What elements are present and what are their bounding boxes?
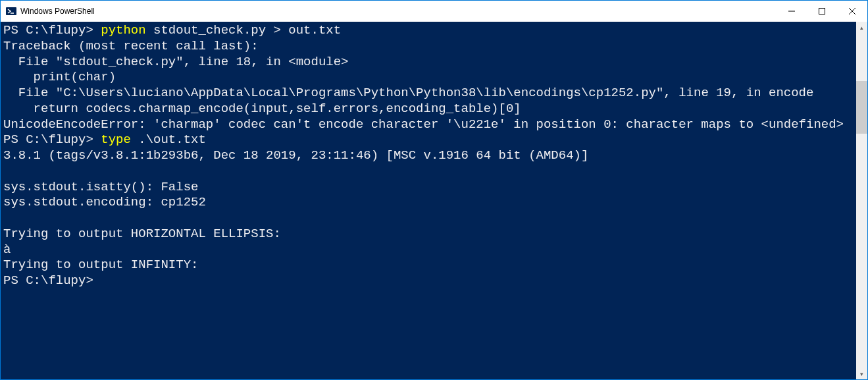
- terminal-line: print(char): [3, 70, 854, 86]
- terminal-text: Traceback (most recent call last):: [3, 39, 259, 53]
- maximize-button[interactable]: [807, 1, 837, 22]
- terminal-line: à: [3, 242, 854, 258]
- scroll-down-arrow[interactable]: ▾: [856, 368, 867, 379]
- terminal-line: File "stdout_check.py", line 18, in <mod…: [3, 55, 854, 70]
- scroll-thumb[interactable]: [856, 81, 867, 134]
- terminal-text: stdout_check.py > out.txt: [153, 23, 341, 38]
- terminal-text: Trying to output HORIZONTAL ELLIPSIS:: [3, 227, 281, 241]
- scrollbar[interactable]: ▴ ▾: [856, 22, 867, 379]
- terminal-line: File "C:\Users\luciano\AppData\Local\Pro…: [3, 86, 854, 101]
- window-controls: [777, 1, 867, 22]
- terminal-text: print(char): [3, 70, 116, 84]
- terminal-text: PS C:\flupy>: [3, 273, 101, 288]
- terminal-text: File "C:\Users\luciano\AppData\Local\Pro…: [3, 86, 813, 100]
- scroll-up-arrow[interactable]: ▴: [856, 22, 867, 33]
- window-title: Windows PowerShell: [20, 7, 777, 16]
- terminal-text: type: [101, 132, 138, 147]
- powershell-window: Windows PowerShell PS C:\flupy> python s…: [0, 0, 868, 380]
- minimize-button[interactable]: [777, 1, 807, 22]
- terminal-text: File "stdout_check.py", line 18, in <mod…: [3, 55, 349, 69]
- terminal-line: UnicodeEncodeError: 'charmap' codec can'…: [3, 117, 854, 133]
- terminal-line: return codecs.charmap_encode(input,self.…: [3, 101, 854, 117]
- terminal-text: python: [101, 23, 153, 38]
- terminal-line: PS C:\flupy>: [3, 273, 854, 289]
- terminal-text: .\out.txt: [138, 132, 206, 147]
- close-button[interactable]: [837, 1, 867, 22]
- powershell-icon: [6, 6, 16, 16]
- terminal-text: UnicodeEncodeError: 'charmap' codec can'…: [3, 117, 844, 132]
- terminal-line: [3, 164, 854, 180]
- terminal-text: à: [3, 242, 11, 257]
- terminal-line: Trying to output INFINITY:: [3, 258, 854, 273]
- terminal-text: return codecs.charmap_encode(input,self.…: [3, 101, 521, 116]
- terminal-text: sys.stdout.isatty(): False: [3, 180, 198, 194]
- terminal-output[interactable]: PS C:\flupy> python stdout_check.py > ou…: [1, 22, 856, 379]
- terminal-line: Traceback (most recent call last):: [3, 39, 854, 55]
- terminal-text: 3.8.1 (tags/v3.8.1:1b293b6, Dec 18 2019,…: [3, 148, 588, 163]
- terminal-line: sys.stdout.encoding: cp1252: [3, 195, 854, 211]
- terminal-line: [3, 211, 854, 227]
- terminal-text: PS C:\flupy>: [3, 132, 101, 147]
- titlebar[interactable]: Windows PowerShell: [1, 1, 867, 22]
- terminal-line: PS C:\flupy> type .\out.txt: [3, 132, 854, 148]
- terminal-area: PS C:\flupy> python stdout_check.py > ou…: [1, 22, 867, 379]
- svg-rect-3: [819, 9, 825, 14]
- terminal-line: 3.8.1 (tags/v3.8.1:1b293b6, Dec 18 2019,…: [3, 148, 854, 164]
- terminal-line: PS C:\flupy> python stdout_check.py > ou…: [3, 23, 854, 39]
- terminal-text: PS C:\flupy>: [3, 23, 101, 38]
- terminal-line: Trying to output HORIZONTAL ELLIPSIS:: [3, 227, 854, 242]
- terminal-line: sys.stdout.isatty(): False: [3, 180, 854, 196]
- terminal-text: Trying to output INFINITY:: [3, 258, 198, 272]
- terminal-text: sys.stdout.encoding: cp1252: [3, 195, 206, 209]
